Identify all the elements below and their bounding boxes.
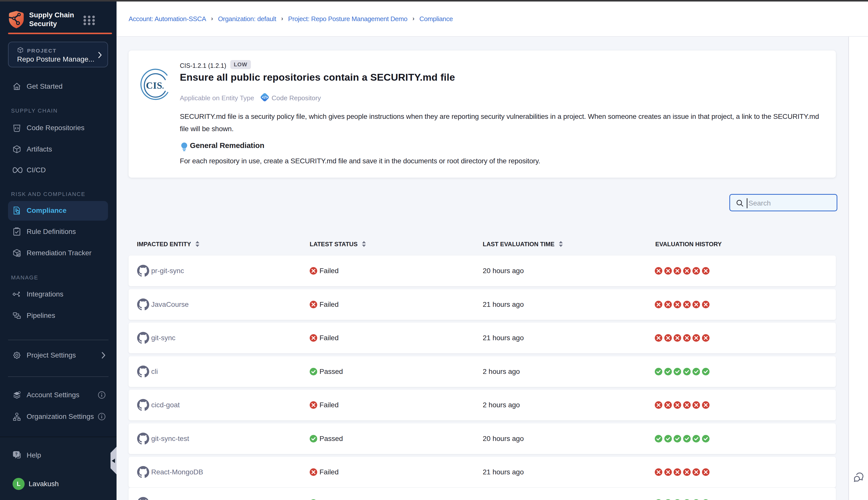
svg-text:</>: </>: [262, 95, 268, 100]
svg-text:CIS: CIS: [146, 80, 162, 91]
svg-text:?: ?: [15, 452, 18, 456]
